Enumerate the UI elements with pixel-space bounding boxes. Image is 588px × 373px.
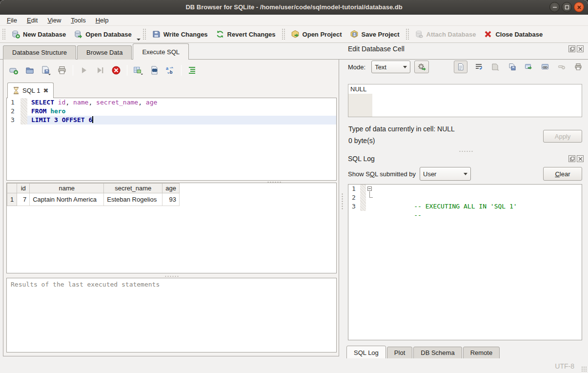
corner-header bbox=[7, 184, 17, 193]
menu-edit[interactable]: Edit bbox=[22, 16, 42, 25]
open-project-button[interactable]: Open Project bbox=[287, 28, 346, 41]
tab-db-schema[interactable]: DB Schema bbox=[413, 347, 462, 359]
mode-row: Mode: Text bbox=[348, 60, 584, 74]
table-row[interactable]: 1 7 Captain North America Esteban Rogeli… bbox=[7, 193, 180, 206]
word-wrap-button[interactable] bbox=[473, 62, 484, 72]
open-sql-file-button[interactable] bbox=[24, 65, 35, 76]
save-sql-file-button[interactable] bbox=[41, 65, 51, 76]
mode-select[interactable]: Text bbox=[371, 61, 410, 73]
stop-execution-button[interactable] bbox=[111, 65, 122, 76]
print-cell-button[interactable] bbox=[573, 62, 584, 72]
column-header-name[interactable]: name bbox=[30, 184, 104, 193]
tab-database-structure[interactable]: Database Structure bbox=[3, 45, 76, 60]
chevron-down-icon bbox=[403, 66, 407, 68]
splitter-handle[interactable] bbox=[164, 275, 179, 277]
column-header-id[interactable]: id bbox=[17, 184, 30, 193]
sql-log-view[interactable]: 1 -- EXECUTING ALL IN 'SQL 1' 2 -- 3 bbox=[348, 184, 582, 340]
revert-changes-button[interactable]: Revert Changes bbox=[212, 28, 280, 41]
new-database-button[interactable]: New Database bbox=[7, 28, 70, 41]
open-database-button[interactable]: Open Database bbox=[70, 28, 136, 41]
column-header-age[interactable]: age bbox=[162, 184, 180, 193]
sql-editor[interactable]: 1 SELECT id, name, secret_name, age 2 FR… bbox=[6, 98, 337, 181]
close-database-button[interactable]: Close Database bbox=[480, 28, 547, 41]
execute-sql-panel: a b SQL 1 ✖ bbox=[3, 60, 339, 356]
log-line: 2 -- bbox=[348, 193, 582, 202]
results-grid[interactable]: id name secret_name age 1 7 Captain Nort… bbox=[6, 183, 337, 273]
close-dock-button[interactable] bbox=[577, 155, 584, 162]
mode-label: Mode: bbox=[348, 63, 365, 71]
tab-plot[interactable]: Plot bbox=[387, 347, 412, 359]
mode-value: Text bbox=[375, 63, 398, 71]
menu-file[interactable]: File bbox=[2, 16, 22, 25]
vertical-splitter-handle[interactable] bbox=[341, 193, 344, 209]
line-number: 2 bbox=[7, 107, 20, 116]
open-in-external-button[interactable] bbox=[523, 62, 534, 72]
resize-grip[interactable] bbox=[581, 366, 587, 372]
sql-log-title: SQL Log bbox=[348, 155, 568, 163]
auto-switch-mode-button[interactable] bbox=[414, 61, 429, 73]
close-dock-button[interactable] bbox=[577, 45, 584, 52]
gear-icon bbox=[417, 62, 426, 71]
sql-doc-tab[interactable]: SQL 1 ✖ bbox=[7, 83, 54, 98]
filter-label: Show SQL submitted by bbox=[348, 170, 416, 178]
svg-text:a: a bbox=[166, 66, 169, 71]
tab-execute-sql[interactable]: Execute SQL bbox=[133, 43, 189, 60]
write-changes-button[interactable]: Write Changes bbox=[148, 28, 212, 41]
maximize-button[interactable] bbox=[562, 2, 572, 12]
editor-margin bbox=[20, 116, 27, 124]
app-window: DB Browser for SQLite - /home/user/code/… bbox=[0, 0, 588, 373]
float-dock-button[interactable] bbox=[568, 45, 575, 52]
cell-editor[interactable]: NULL bbox=[348, 84, 582, 117]
open-database-label: Open Database bbox=[85, 31, 132, 38]
titlebar: DB Browser for SQLite - /home/user/code/… bbox=[0, 0, 588, 15]
cell-secret-name[interactable]: Esteban Rogelios bbox=[104, 193, 162, 206]
save-results-button[interactable] bbox=[133, 65, 143, 76]
close-button[interactable] bbox=[574, 2, 584, 12]
copy-link-button[interactable] bbox=[540, 62, 550, 72]
menu-tools[interactable]: Tools bbox=[66, 16, 90, 25]
column-header-secret-name[interactable]: secret_name bbox=[104, 184, 162, 193]
encoding-indicator[interactable]: UTF-8 bbox=[555, 362, 574, 370]
menu-view[interactable]: View bbox=[42, 16, 66, 25]
import-icon bbox=[491, 63, 500, 71]
find-button[interactable] bbox=[149, 65, 160, 76]
cell-name[interactable]: Captain North America bbox=[30, 193, 104, 206]
fold-marker-icon[interactable] bbox=[367, 186, 372, 191]
results-message-pane[interactable]: Results of the last executed statements bbox=[6, 278, 337, 352]
log-margin bbox=[360, 185, 366, 193]
cell-size-info: 0 byte(s) bbox=[348, 137, 375, 145]
find-replace-button[interactable]: a b bbox=[165, 65, 176, 76]
format-sql-button[interactable] bbox=[187, 65, 198, 76]
print-sql-button[interactable] bbox=[57, 65, 67, 76]
status-bar: UTF-8 bbox=[0, 358, 588, 373]
save-project-icon bbox=[350, 30, 359, 39]
save-project-label: Save Project bbox=[362, 31, 400, 38]
text-mode-button[interactable] bbox=[454, 61, 467, 73]
export-cell-data-button[interactable] bbox=[507, 62, 517, 72]
float-dock-button[interactable] bbox=[568, 155, 575, 162]
tab-sql-log[interactable]: SQL Log bbox=[346, 346, 386, 359]
results-header-row: id name secret_name age bbox=[7, 184, 180, 193]
open-database-dropdown-arrow[interactable] bbox=[137, 39, 141, 41]
sql-doc-tab-close-icon[interactable]: ✖ bbox=[43, 87, 48, 94]
svg-text:b: b bbox=[170, 70, 173, 75]
toolbar-drag-handle[interactable] bbox=[2, 28, 5, 40]
close-database-label: Close Database bbox=[495, 31, 543, 38]
menu-help[interactable]: Help bbox=[91, 16, 114, 25]
line-number: 1 bbox=[7, 98, 20, 107]
save-project-button[interactable]: Save Project bbox=[346, 28, 404, 41]
cell-age[interactable]: 93 bbox=[162, 193, 180, 206]
main-toolbar: New Database Open Database Write Changes bbox=[0, 26, 588, 43]
minimize-button[interactable] bbox=[549, 2, 560, 12]
open-sql-tab-icon bbox=[9, 65, 19, 75]
log-line: 3 bbox=[348, 202, 582, 211]
tab-browse-data[interactable]: Browse Data bbox=[77, 45, 132, 60]
open-sql-tab-button[interactable] bbox=[8, 65, 19, 76]
cell-id[interactable]: 7 bbox=[17, 193, 30, 206]
menubar: File Edit View Tools Help bbox=[0, 15, 588, 26]
clear-log-button[interactable]: Clear bbox=[543, 167, 582, 181]
submitted-by-select[interactable]: User bbox=[420, 167, 471, 181]
tab-remote[interactable]: Remote bbox=[463, 347, 500, 359]
window-title: DB Browser for SQLite - /home/user/code/… bbox=[0, 0, 588, 15]
splitter-handle[interactable] bbox=[459, 150, 473, 152]
